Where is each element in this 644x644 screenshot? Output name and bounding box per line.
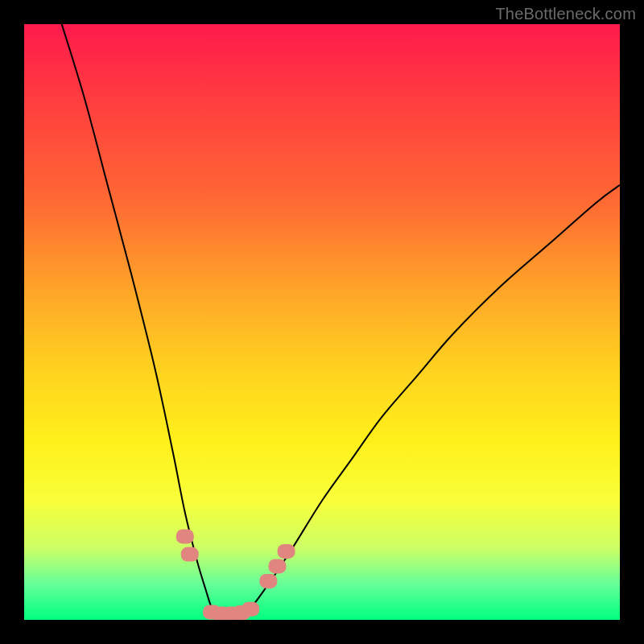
marker-point: [259, 574, 277, 588]
bottleneck-curve: [60, 24, 620, 614]
marker-point: [176, 529, 194, 543]
curve-markers: [176, 529, 295, 620]
curve-svg: [24, 24, 620, 620]
chart-frame: TheBottleneck.com: [0, 0, 644, 644]
marker-point: [278, 544, 295, 559]
watermark-text: TheBottleneck.com: [495, 5, 636, 23]
marker-point: [181, 547, 199, 562]
marker-point: [269, 559, 287, 573]
plot-area: [24, 24, 620, 620]
marker-point: [242, 602, 259, 617]
